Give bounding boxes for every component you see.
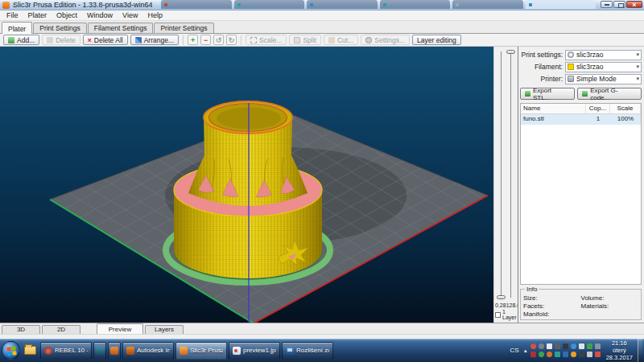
slider-tracks <box>494 47 518 302</box>
tray-icon[interactable] <box>579 352 584 357</box>
menu-plater[interactable]: Plater <box>23 11 52 19</box>
window-title: Slic3r Prusa Edition - 1.33.8-prusa3d-wi… <box>13 1 153 9</box>
arrange-button[interactable]: Arrange... <box>130 35 179 45</box>
top-layer-slider[interactable] <box>510 51 511 298</box>
print-settings-select[interactable]: slic3rzao ▾ <box>565 50 642 60</box>
view-tab-layers[interactable]: Layers <box>145 325 184 334</box>
close-button[interactable] <box>626 1 642 8</box>
menu-object[interactable]: Object <box>52 11 82 19</box>
clock-date: 28.3.2017 <box>606 354 633 361</box>
taskbar-button-slic3r[interactable]: Slic3r Prusa Edition - ... <box>175 342 227 360</box>
object-copies: 1 <box>586 114 610 125</box>
tab-plater[interactable]: Plater <box>2 22 32 34</box>
browser-tab[interactable] <box>380 0 451 9</box>
tab-printer-settings[interactable]: Printer Settings <box>154 23 213 33</box>
browser-tab[interactable] <box>307 0 378 9</box>
tray-icon[interactable] <box>547 352 552 357</box>
delete-button[interactable]: Delete <box>42 35 80 45</box>
app-icon <box>96 347 104 355</box>
tray-icon[interactable] <box>579 343 584 349</box>
tray-icon[interactable] <box>555 352 560 357</box>
tray-icon[interactable] <box>547 343 552 349</box>
taskbar-button-paint[interactable]: preview1.jpg - Malov... <box>229 342 280 360</box>
tab-filament-settings[interactable]: Filament Settings <box>88 23 154 33</box>
tray-icon[interactable] <box>571 343 576 349</box>
viewport-3d[interactable] <box>0 47 493 323</box>
clock-time: 21:16 <box>606 339 633 347</box>
arrange-icon <box>135 37 142 43</box>
split-icon <box>294 37 300 43</box>
start-button[interactable] <box>2 341 20 360</box>
info-volume-label: Volume: <box>581 294 639 302</box>
show-desktop-button[interactable] <box>638 339 642 362</box>
scene-canvas[interactable] <box>0 47 493 323</box>
inventor-icon <box>126 347 134 355</box>
add-icon <box>8 37 14 43</box>
gear-icon <box>568 51 574 58</box>
settings-button[interactable]: Settings... <box>361 35 410 45</box>
view-tab-2d[interactable]: 2D <box>42 325 80 334</box>
layer-editing-toggle[interactable]: Layer editing <box>412 35 461 45</box>
tray-icons <box>530 343 601 358</box>
show-hidden-icons[interactable]: ▲ <box>523 348 528 353</box>
browser-tab[interactable] <box>234 0 305 9</box>
add-button[interactable]: Add... <box>3 35 39 45</box>
object-list-row[interactable]: funo.stl 1 100% <box>521 114 641 125</box>
view-tab-3d[interactable]: 3D <box>2 325 40 334</box>
tab-print-settings[interactable]: Print Settings <box>33 23 87 33</box>
tray-icon[interactable] <box>539 352 544 357</box>
tray-icon[interactable] <box>571 352 576 357</box>
tray-icon[interactable] <box>530 352 536 357</box>
taskbar-button-rebel[interactable]: REBEL 10 - Odeslat o... <box>40 342 92 360</box>
view-tab-preview[interactable]: Preview <box>97 323 143 334</box>
filament-select[interactable]: slic3rzao ▾ <box>565 62 642 72</box>
browser-tab-active[interactable] <box>526 0 597 9</box>
tray-icon[interactable] <box>555 343 560 349</box>
menu-window[interactable]: Window <box>82 11 118 19</box>
browser-tab[interactable] <box>452 0 523 9</box>
printer-select[interactable]: Simple Mode ▾ <box>565 74 642 84</box>
taskbar-button-inventor[interactable]: Autodesk Inventor Pr... <box>122 342 174 360</box>
object-list-header: Name Cop... Scale <box>521 104 641 114</box>
window-controls <box>601 1 642 8</box>
export-stl-button[interactable]: Export STL... <box>520 88 575 100</box>
delete-all-button[interactable]: ×Delete All <box>83 35 128 45</box>
menu-help[interactable]: Help <box>142 11 167 19</box>
taskbar-button-display-settings[interactable]: Rozlišení zobrazení <box>282 342 333 360</box>
menu-view[interactable]: View <box>118 11 142 19</box>
bottom-layer-handle[interactable] <box>497 295 506 299</box>
taskbar-button-pinned-1[interactable] <box>93 342 106 360</box>
tray-icon[interactable] <box>595 352 601 357</box>
tray-icon[interactable] <box>530 343 536 349</box>
plater-toolbar: Add... Delete ×Delete All Arrange... + −… <box>0 34 644 47</box>
clock[interactable]: 21:16 úterý 28.3.2017 <box>604 339 635 361</box>
right-panel: Print settings: slic3rzao ▾ Filament: sl… <box>518 47 644 323</box>
info-box: Info Size: Volume: Facets: Materials: Ma… <box>520 289 642 320</box>
taskbar-button-pinned-2[interactable] <box>108 342 121 360</box>
decrease-copies-button[interactable]: − <box>200 35 211 45</box>
cut-button[interactable]: Cut... <box>324 35 358 45</box>
rotate-cw-button[interactable]: ↻ <box>226 35 237 45</box>
bottom-layer-slider[interactable] <box>501 51 502 298</box>
browser-tab[interactable] <box>161 0 232 9</box>
increase-copies-button[interactable]: + <box>188 35 198 45</box>
maximize-button[interactable] <box>613 1 625 8</box>
tray-icon[interactable] <box>587 352 592 357</box>
tray-icon[interactable] <box>563 343 568 349</box>
tray-icon[interactable] <box>539 343 544 349</box>
export-gcode-button[interactable]: Export G-code... <box>577 88 642 100</box>
tray-icon[interactable] <box>563 352 568 357</box>
tray-icon[interactable] <box>595 343 601 349</box>
top-layer-handle[interactable] <box>506 50 515 54</box>
minimize-button[interactable] <box>601 1 613 8</box>
menu-file[interactable]: File <box>2 11 23 19</box>
language-indicator[interactable]: CS <box>509 346 521 355</box>
layer-slider-panel: 0.28 128.00 1 Layer <box>493 47 518 323</box>
desktop: Slic3r Prusa Edition - 1.33.8-prusa3d-wi… <box>0 0 644 362</box>
explorer-icon[interactable] <box>24 346 36 355</box>
tray-icon[interactable] <box>587 343 592 349</box>
scale-button[interactable]: Scale... <box>246 35 287 45</box>
split-button[interactable]: Split <box>289 35 321 45</box>
rotate-ccw-button[interactable]: ↺ <box>213 35 224 45</box>
one-layer-checkbox[interactable] <box>495 312 501 318</box>
